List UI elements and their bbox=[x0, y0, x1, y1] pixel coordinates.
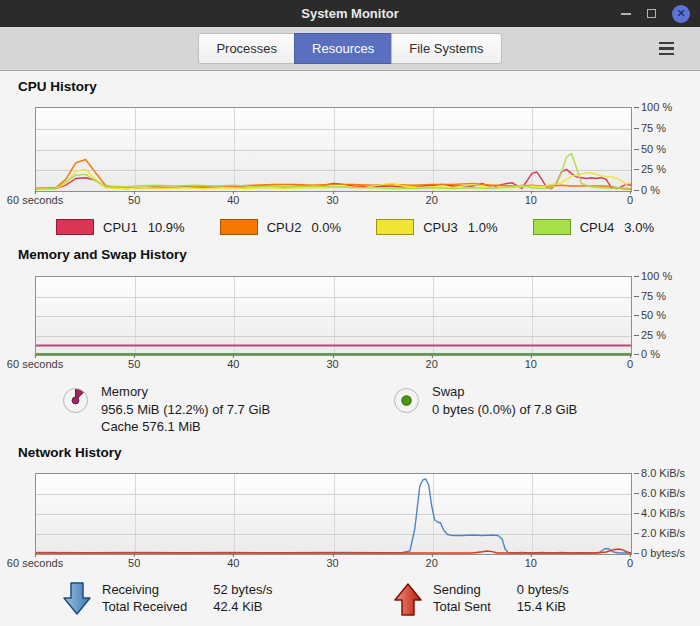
y-tick-label: 75 % bbox=[641, 290, 666, 302]
sending-legend-item: Sending 0 bytes/s Total Sent 15.4 KiB bbox=[393, 581, 569, 617]
total-received-label: Total Received bbox=[102, 598, 187, 616]
y-tick-label: 0 bytes/s bbox=[641, 547, 685, 559]
x-tick-label: 40 bbox=[227, 358, 239, 370]
memory-history-chart: 60 seconds50403020100 100 %75 %50 %25 %0… bbox=[35, 276, 700, 372]
y-tick-label: 0 % bbox=[641, 348, 660, 360]
cpu2-value: 0.0% bbox=[311, 220, 341, 235]
cpu2-color-swatch bbox=[220, 219, 258, 235]
x-tick-label: 10 bbox=[525, 557, 537, 569]
x-tick-label: 10 bbox=[525, 358, 537, 370]
y-tick-label: 6.0 KiB/s bbox=[641, 487, 685, 499]
memory-legend-item[interactable]: Memory 956.5 MiB (12.2%) of 7.7 GiB Cach… bbox=[62, 383, 393, 436]
cpu-x-axis: 60 seconds50403020100 bbox=[35, 192, 632, 208]
x-tick-label: 10 bbox=[525, 194, 537, 206]
memory-y-axis: 100 %75 %50 %25 %0 % bbox=[632, 276, 698, 356]
minimize-icon[interactable] bbox=[621, 13, 631, 15]
memory-usage: 956.5 MiB (12.2%) of 7.7 GiB bbox=[101, 401, 270, 419]
cpu3-legend-item[interactable]: CPU3 1.0% bbox=[376, 219, 497, 235]
swap-label: Swap bbox=[432, 383, 577, 401]
x-tick-label: 20 bbox=[426, 557, 438, 569]
y-tick-label: 100 % bbox=[641, 270, 672, 282]
x-tick-label: 0 bbox=[627, 557, 633, 569]
swap-usage: 0 bytes (0.0%) of 7.8 GiB bbox=[432, 401, 577, 419]
x-tick-label: 0 bbox=[627, 358, 633, 370]
sending-label: Sending bbox=[433, 581, 491, 599]
x-tick-label: 20 bbox=[426, 194, 438, 206]
cpu-history-chart: 60 seconds50403020100 100 %75 %50 %25 %0… bbox=[35, 107, 700, 208]
y-tick-label: 0 % bbox=[641, 184, 660, 196]
cpu-plot-area bbox=[35, 107, 632, 192]
cpu-history-title: CPU History bbox=[18, 71, 700, 94]
tab-resources[interactable]: Resources bbox=[294, 33, 392, 64]
upload-arrow-icon bbox=[393, 581, 423, 617]
x-tick-label: 60 seconds bbox=[7, 557, 63, 569]
total-received-value: 42.4 KiB bbox=[213, 598, 272, 616]
network-history-chart: 60 seconds50403020100 8.0 KiB/s6.0 KiB/s… bbox=[35, 473, 700, 571]
y-tick-label: 25 % bbox=[641, 329, 666, 341]
network-y-axis: 8.0 KiB/s6.0 KiB/s4.0 KiB/s2.0 KiB/s0 by… bbox=[632, 473, 698, 555]
x-tick-label: 50 bbox=[128, 194, 140, 206]
cpu3-value: 1.0% bbox=[468, 220, 498, 235]
y-tick-label: 50 % bbox=[641, 143, 666, 155]
network-legend: Receiving 52 bytes/s Total Received 42.4… bbox=[0, 581, 700, 617]
receiving-legend-item: Receiving 52 bytes/s Total Received 42.4… bbox=[62, 581, 393, 617]
x-tick-label: 60 seconds bbox=[7, 358, 63, 370]
y-tick-label: 25 % bbox=[641, 163, 666, 175]
cpu4-value: 3.0% bbox=[624, 220, 654, 235]
x-tick-label: 20 bbox=[426, 358, 438, 370]
cpu1-value: 10.9% bbox=[148, 220, 185, 235]
download-arrow-icon bbox=[62, 581, 92, 617]
tab-file-systems[interactable]: File Systems bbox=[391, 33, 501, 64]
x-tick-label: 30 bbox=[326, 358, 338, 370]
window-title: System Monitor bbox=[301, 6, 399, 21]
x-tick-label: 60 seconds bbox=[7, 194, 63, 206]
y-tick-label: 2.0 KiB/s bbox=[641, 527, 685, 539]
cpu-y-axis: 100 %75 %50 %25 %0 % bbox=[632, 107, 698, 192]
y-tick-label: 100 % bbox=[641, 101, 672, 113]
total-sent-value: 15.4 KiB bbox=[517, 598, 569, 616]
x-tick-label: 50 bbox=[128, 358, 140, 370]
x-tick-label: 0 bbox=[627, 194, 633, 206]
total-sent-label: Total Sent bbox=[433, 598, 491, 616]
y-tick-label: 8.0 KiB/s bbox=[641, 467, 685, 479]
window-controls: ✕ bbox=[621, 0, 690, 27]
close-icon[interactable]: ✕ bbox=[672, 5, 690, 23]
tab-processes[interactable]: Processes bbox=[198, 33, 295, 64]
x-tick-label: 40 bbox=[227, 194, 239, 206]
toolbar: Processes Resources File Systems bbox=[0, 27, 700, 71]
cpu2-label: CPU2 bbox=[267, 220, 302, 235]
memory-label: Memory bbox=[101, 383, 270, 401]
receiving-label: Receiving bbox=[102, 581, 187, 599]
cpu1-label: CPU1 bbox=[103, 220, 138, 235]
cpu1-color-swatch bbox=[56, 219, 94, 235]
cpu3-label: CPU3 bbox=[423, 220, 458, 235]
memory-x-axis: 60 seconds50403020100 bbox=[35, 356, 632, 372]
cpu-legend: CPU1 10.9% CPU2 0.0% CPU3 1.0% CPU4 3.0% bbox=[56, 214, 654, 240]
view-switcher: Processes Resources File Systems bbox=[198, 33, 501, 64]
swap-pie-icon bbox=[393, 387, 420, 414]
swap-legend-item[interactable]: Swap 0 bytes (0.0%) of 7.8 GiB bbox=[393, 383, 577, 436]
x-tick-label: 50 bbox=[128, 557, 140, 569]
cpu2-legend-item[interactable]: CPU2 0.0% bbox=[220, 219, 341, 235]
y-tick-label: 50 % bbox=[641, 309, 666, 321]
x-tick-label: 30 bbox=[326, 194, 338, 206]
cpu4-color-swatch bbox=[533, 219, 571, 235]
y-tick-label: 75 % bbox=[641, 122, 666, 134]
y-tick-label: 4.0 KiB/s bbox=[641, 507, 685, 519]
hamburger-menu-icon[interactable] bbox=[659, 42, 674, 56]
cpu4-label: CPU4 bbox=[580, 220, 615, 235]
memory-history-title: Memory and Swap History bbox=[18, 247, 700, 262]
cpu4-legend-item[interactable]: CPU4 3.0% bbox=[533, 219, 654, 235]
x-tick-label: 40 bbox=[227, 557, 239, 569]
sending-rate: 0 bytes/s bbox=[517, 581, 569, 599]
maximize-icon[interactable] bbox=[647, 9, 656, 18]
network-plot-area bbox=[35, 473, 632, 555]
cpu1-legend-item[interactable]: CPU1 10.9% bbox=[56, 219, 185, 235]
memory-legend: Memory 956.5 MiB (12.2%) of 7.7 GiB Cach… bbox=[0, 383, 700, 436]
network-x-axis: 60 seconds50403020100 bbox=[35, 555, 632, 571]
receiving-rate: 52 bytes/s bbox=[213, 581, 272, 599]
memory-cache: Cache 576.1 MiB bbox=[101, 418, 270, 436]
network-history-title: Network History bbox=[18, 445, 700, 460]
x-tick-label: 30 bbox=[326, 557, 338, 569]
memory-pie-icon bbox=[62, 387, 89, 414]
